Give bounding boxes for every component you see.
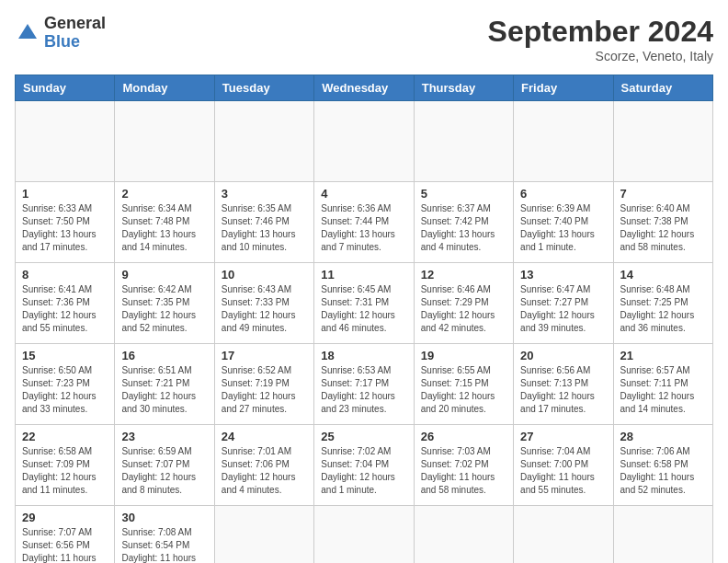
calendar-cell <box>214 101 313 182</box>
calendar-cell: 27Sunrise: 7:04 AMSunset: 7:00 PMDayligh… <box>514 425 613 506</box>
day-number: 15 <box>22 349 108 362</box>
title-section: September 2024 Scorze, Veneto, Italy <box>488 15 713 63</box>
day-number: 19 <box>421 349 506 362</box>
calendar-cell <box>414 101 513 182</box>
day-info: Sunrise: 6:35 AMSunset: 7:46 PMDaylight:… <box>222 202 307 254</box>
day-info: Sunrise: 6:56 AMSunset: 7:13 PMDaylight:… <box>520 364 606 416</box>
calendar-cell: 24Sunrise: 7:01 AMSunset: 7:06 PMDayligh… <box>214 425 313 506</box>
day-number: 2 <box>121 187 207 201</box>
logo: General Blue <box>15 15 106 52</box>
day-number: 12 <box>421 268 506 282</box>
calendar-cell: 10Sunrise: 6:43 AMSunset: 7:33 PMDayligh… <box>214 263 313 344</box>
calendar-cell: 6Sunrise: 6:39 AMSunset: 7:40 PMDaylight… <box>514 182 613 263</box>
calendar-cell: 14Sunrise: 6:48 AMSunset: 7:25 PMDayligh… <box>613 263 712 344</box>
calendar-cell: 4Sunrise: 6:36 AMSunset: 7:44 PMDaylight… <box>314 182 414 263</box>
day-info: Sunrise: 7:01 AMSunset: 7:06 PMDaylight:… <box>222 445 307 497</box>
column-header-monday: Monday <box>115 75 214 101</box>
day-number: 6 <box>520 187 606 201</box>
day-info: Sunrise: 6:42 AMSunset: 7:35 PMDaylight:… <box>121 283 207 335</box>
calendar-cell: 21Sunrise: 6:57 AMSunset: 7:11 PMDayligh… <box>613 344 712 425</box>
day-number: 5 <box>421 187 506 201</box>
column-header-tuesday: Tuesday <box>214 75 313 101</box>
day-info: Sunrise: 6:52 AMSunset: 7:19 PMDaylight:… <box>222 364 307 416</box>
calendar-cell: 1Sunrise: 6:33 AMSunset: 7:50 PMDaylight… <box>16 182 115 263</box>
calendar-cell: 30Sunrise: 7:08 AMSunset: 6:54 PMDayligh… <box>115 506 214 564</box>
calendar-cell <box>314 101 414 182</box>
day-number: 27 <box>520 430 606 443</box>
calendar-cell: 25Sunrise: 7:02 AMSunset: 7:04 PMDayligh… <box>314 425 414 506</box>
day-number: 10 <box>222 268 307 282</box>
day-info: Sunrise: 7:02 AMSunset: 7:04 PMDaylight:… <box>321 445 406 497</box>
calendar: SundayMondayTuesdayWednesdayThursdayFrid… <box>15 75 713 563</box>
calendar-cell: 22Sunrise: 6:58 AMSunset: 7:09 PMDayligh… <box>16 425 115 506</box>
calendar-cell <box>613 101 712 182</box>
day-info: Sunrise: 6:59 AMSunset: 7:07 PMDaylight:… <box>121 445 207 497</box>
logo-general: General <box>44 15 106 33</box>
month-title: September 2024 <box>488 15 713 49</box>
calendar-cell <box>314 506 414 564</box>
calendar-cell: 17Sunrise: 6:52 AMSunset: 7:19 PMDayligh… <box>214 344 313 425</box>
day-info: Sunrise: 6:37 AMSunset: 7:42 PMDaylight:… <box>421 202 506 254</box>
column-header-sunday: Sunday <box>16 75 115 101</box>
day-info: Sunrise: 7:07 AMSunset: 6:56 PMDaylight:… <box>22 526 108 563</box>
day-info: Sunrise: 6:58 AMSunset: 7:09 PMDaylight:… <box>22 445 108 497</box>
calendar-cell: 29Sunrise: 7:07 AMSunset: 6:56 PMDayligh… <box>16 506 115 564</box>
calendar-week-3: 8Sunrise: 6:41 AMSunset: 7:36 PMDaylight… <box>16 263 713 344</box>
calendar-header-row: SundayMondayTuesdayWednesdayThursdayFrid… <box>16 75 713 101</box>
calendar-cell: 2Sunrise: 6:34 AMSunset: 7:48 PMDaylight… <box>115 182 214 263</box>
calendar-cell <box>214 506 313 564</box>
day-info: Sunrise: 6:51 AMSunset: 7:21 PMDaylight:… <box>121 364 207 416</box>
day-number: 8 <box>22 268 108 282</box>
day-info: Sunrise: 6:53 AMSunset: 7:17 PMDaylight:… <box>321 364 406 416</box>
day-info: Sunrise: 6:57 AMSunset: 7:11 PMDaylight:… <box>620 364 706 416</box>
day-number: 21 <box>620 349 706 362</box>
day-info: Sunrise: 7:08 AMSunset: 6:54 PMDaylight:… <box>121 526 207 563</box>
day-info: Sunrise: 6:36 AMSunset: 7:44 PMDaylight:… <box>321 202 406 254</box>
day-info: Sunrise: 6:48 AMSunset: 7:25 PMDaylight:… <box>620 283 706 335</box>
day-number: 16 <box>121 349 207 362</box>
day-number: 1 <box>22 187 108 201</box>
day-info: Sunrise: 7:06 AMSunset: 6:58 PMDaylight:… <box>620 445 706 497</box>
calendar-cell: 13Sunrise: 6:47 AMSunset: 7:27 PMDayligh… <box>514 263 613 344</box>
day-number: 28 <box>620 430 706 443</box>
calendar-week-2: 1Sunrise: 6:33 AMSunset: 7:50 PMDaylight… <box>16 182 713 263</box>
calendar-week-4: 15Sunrise: 6:50 AMSunset: 7:23 PMDayligh… <box>16 344 713 425</box>
svg-marker-0 <box>18 24 37 39</box>
day-info: Sunrise: 6:39 AMSunset: 7:40 PMDaylight:… <box>520 202 606 254</box>
day-info: Sunrise: 7:03 AMSunset: 7:02 PMDaylight:… <box>421 445 506 497</box>
calendar-cell <box>414 506 513 564</box>
calendar-cell: 15Sunrise: 6:50 AMSunset: 7:23 PMDayligh… <box>16 344 115 425</box>
calendar-cell <box>514 101 613 182</box>
day-number: 30 <box>121 511 207 524</box>
column-header-wednesday: Wednesday <box>314 75 414 101</box>
calendar-cell <box>514 506 613 564</box>
day-info: Sunrise: 6:34 AMSunset: 7:48 PMDaylight:… <box>121 202 207 254</box>
day-number: 25 <box>321 430 406 443</box>
day-number: 13 <box>520 268 606 282</box>
day-number: 24 <box>222 430 307 443</box>
day-info: Sunrise: 6:41 AMSunset: 7:36 PMDaylight:… <box>22 283 108 335</box>
day-number: 17 <box>222 349 307 362</box>
calendar-cell: 18Sunrise: 6:53 AMSunset: 7:17 PMDayligh… <box>314 344 414 425</box>
calendar-week-6: 29Sunrise: 7:07 AMSunset: 6:56 PMDayligh… <box>16 506 713 564</box>
day-number: 7 <box>620 187 706 201</box>
calendar-cell: 19Sunrise: 6:55 AMSunset: 7:15 PMDayligh… <box>414 344 513 425</box>
calendar-cell: 26Sunrise: 7:03 AMSunset: 7:02 PMDayligh… <box>414 425 513 506</box>
logo-blue: Blue <box>44 33 106 52</box>
calendar-cell: 23Sunrise: 6:59 AMSunset: 7:07 PMDayligh… <box>115 425 214 506</box>
day-info: Sunrise: 6:50 AMSunset: 7:23 PMDaylight:… <box>22 364 108 416</box>
location: Scorze, Veneto, Italy <box>488 49 713 63</box>
calendar-cell: 20Sunrise: 6:56 AMSunset: 7:13 PMDayligh… <box>514 344 613 425</box>
calendar-cell: 16Sunrise: 6:51 AMSunset: 7:21 PMDayligh… <box>115 344 214 425</box>
calendar-cell: 3Sunrise: 6:35 AMSunset: 7:46 PMDaylight… <box>214 182 313 263</box>
day-number: 18 <box>321 349 406 362</box>
day-info: Sunrise: 6:55 AMSunset: 7:15 PMDaylight:… <box>421 364 506 416</box>
calendar-cell: 28Sunrise: 7:06 AMSunset: 6:58 PMDayligh… <box>613 425 712 506</box>
calendar-cell: 9Sunrise: 6:42 AMSunset: 7:35 PMDaylight… <box>115 263 214 344</box>
day-number: 3 <box>222 187 307 201</box>
day-info: Sunrise: 6:45 AMSunset: 7:31 PMDaylight:… <box>321 283 406 335</box>
calendar-cell: 11Sunrise: 6:45 AMSunset: 7:31 PMDayligh… <box>314 263 414 344</box>
day-number: 26 <box>421 430 506 443</box>
page-header: General Blue September 2024 Scorze, Vene… <box>15 15 713 63</box>
day-number: 22 <box>22 430 108 443</box>
